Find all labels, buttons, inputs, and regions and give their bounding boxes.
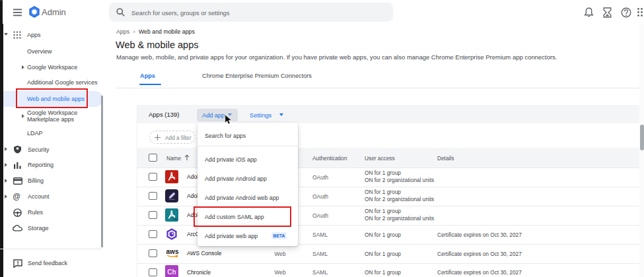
svg-text:Ch: Ch bbox=[167, 268, 176, 276]
svg-text:aws: aws bbox=[166, 248, 179, 255]
